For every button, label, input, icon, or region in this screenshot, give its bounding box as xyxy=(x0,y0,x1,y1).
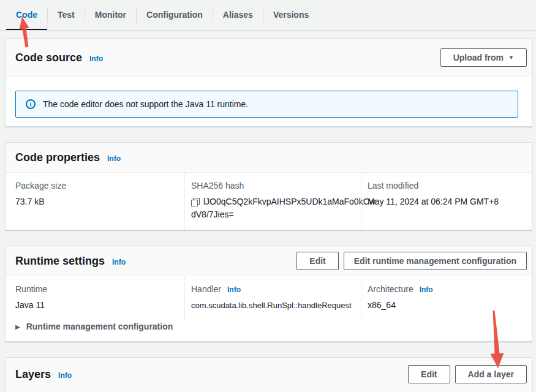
tab-versions-label: Versions xyxy=(273,10,309,20)
last-modified-field: Last modified May 11, 2024 at 06:24 PM G… xyxy=(361,173,532,230)
code-properties-title: Code properties xyxy=(15,151,100,164)
chevron-down-icon: ▼ xyxy=(508,55,514,61)
tab-code[interactable]: Code xyxy=(6,0,47,30)
package-size-label: Package size xyxy=(15,181,177,190)
runtime-settings-info-link[interactable]: Info xyxy=(112,258,126,266)
runtime-label: Runtime xyxy=(15,284,177,294)
architecture-value: x86_64 xyxy=(368,299,524,312)
expand-triangle-icon: ▶ xyxy=(15,323,20,330)
function-tabs: Code Test Monitor Configuration Aliases … xyxy=(0,0,536,31)
runtime-settings-fields: Runtime Java 11 Handler Info com.scudata… xyxy=(6,276,532,320)
architecture-label: Architecture xyxy=(368,284,413,294)
layers-panel: Layers Info Edit Add a layer xyxy=(5,357,532,392)
edit-runtime-management-configuration-label: Edit runtime management configuration xyxy=(354,256,516,266)
upload-from-button[interactable]: Upload from ▼ xyxy=(440,48,527,67)
edit-layers-button[interactable]: Edit xyxy=(408,365,450,383)
tab-monitor[interactable]: Monitor xyxy=(85,0,136,30)
edit-layers-label: Edit xyxy=(421,369,437,379)
layers-title: Layers xyxy=(15,368,51,381)
sha256-hash-value-line1: lJO0qC5Q2kFkvpAIHSPx5UDk1aMaFo0kCw xyxy=(203,195,376,208)
add-a-layer-label: Add a layer xyxy=(468,369,514,379)
upload-from-label: Upload from xyxy=(453,53,504,62)
add-a-layer-button[interactable]: Add a layer xyxy=(455,365,527,383)
tab-monitor-label: Monitor xyxy=(95,10,126,20)
tab-configuration[interactable]: Configuration xyxy=(137,0,213,30)
last-modified-label: Last modified xyxy=(368,181,524,190)
code-source-body: i The code editor does not support the J… xyxy=(6,77,532,126)
edit-runtime-settings-button[interactable]: Edit xyxy=(296,252,338,270)
edit-runtime-settings-label: Edit xyxy=(309,256,325,266)
runtime-value: Java 11 xyxy=(15,299,177,312)
runtime-management-configuration-expander[interactable]: ▶ Runtime management configuration xyxy=(6,320,532,341)
tab-aliases[interactable]: Aliases xyxy=(213,0,263,30)
layers-info-link[interactable]: Info xyxy=(58,371,72,380)
tab-configuration-label: Configuration xyxy=(146,10,203,20)
code-source-header: Code source Info Upload from ▼ xyxy=(6,39,532,77)
runtime-management-configuration-expander-label: Runtime management configuration xyxy=(26,322,173,331)
runtime-settings-header: Runtime settings Info Edit Edit runtime … xyxy=(6,246,532,276)
code-source-panel: Code source Info Upload from ▼ i The cod… xyxy=(5,38,532,127)
alert-text: The code editor does not support the Jav… xyxy=(43,99,248,109)
sha256-hash-value-line2: dV8/7Jies= xyxy=(191,208,353,221)
architecture-info-link[interactable]: Info xyxy=(420,285,433,294)
code-properties-fields: Package size 73.7 kB SHA256 hash lJO0qC5… xyxy=(6,173,532,230)
runtime-field: Runtime Java 11 xyxy=(6,276,184,320)
edit-runtime-management-configuration-button[interactable]: Edit runtime management configuration xyxy=(344,252,527,270)
tab-versions[interactable]: Versions xyxy=(263,0,319,30)
tab-test[interactable]: Test xyxy=(48,0,85,30)
last-modified-value: May 11, 2024 at 06:24 PM GMT+8 xyxy=(368,195,524,208)
tab-aliases-label: Aliases xyxy=(223,10,253,20)
tab-test-label: Test xyxy=(58,10,75,20)
code-source-info-link[interactable]: Info xyxy=(89,55,103,63)
code-source-title: Code source xyxy=(15,51,82,64)
layers-header: Layers Info Edit Add a layer xyxy=(6,358,532,391)
handler-info-link[interactable]: Info xyxy=(227,285,241,294)
handler-label: Handler xyxy=(191,284,221,294)
runtime-settings-title: Runtime settings xyxy=(15,255,105,268)
code-properties-info-link[interactable]: Info xyxy=(107,154,121,163)
architecture-field: Architecture Info x86_64 xyxy=(361,276,532,320)
sha256-hash-label: SHA256 hash xyxy=(191,181,353,190)
handler-field: Handler Info com.scudata.lib.shell.RunSp… xyxy=(184,276,361,320)
info-icon: i xyxy=(26,99,36,109)
runtime-settings-panel: Runtime settings Info Edit Edit runtime … xyxy=(5,246,532,342)
copy-icon[interactable] xyxy=(191,198,200,206)
package-size-field: Package size 73.7 kB xyxy=(6,173,184,230)
tab-code-label: Code xyxy=(16,10,37,20)
code-editor-info-alert: i The code editor does not support the J… xyxy=(15,91,518,118)
handler-value: com.scudata.lib.shell.RunSpl::handleRequ… xyxy=(191,299,353,312)
code-properties-header: Code properties Info xyxy=(6,143,532,173)
code-properties-panel: Code properties Info Package size 73.7 k… xyxy=(5,142,532,230)
sha256-hash-field: SHA256 hash lJO0qC5Q2kFkvpAIHSPx5UDk1aMa… xyxy=(184,173,361,230)
package-size-value: 73.7 kB xyxy=(15,195,177,208)
